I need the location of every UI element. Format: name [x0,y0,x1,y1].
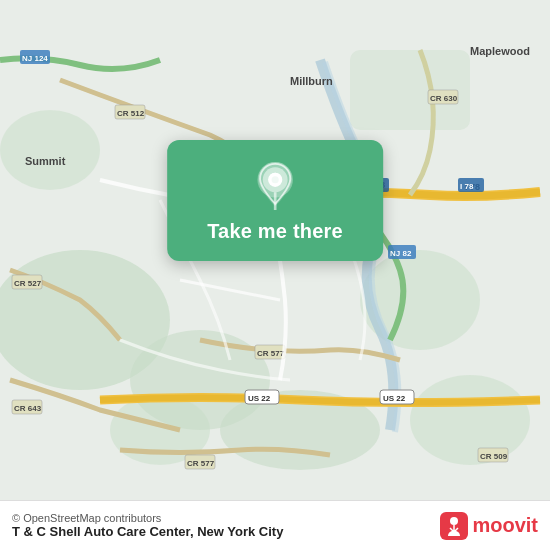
svg-text:CR 527: CR 527 [14,279,42,288]
svg-text:Millburn: Millburn [290,75,333,87]
map-container: I 78 I 78 I 78 I 78 US 22 US 22 NJ 82 CR… [0,0,550,500]
svg-text:Maplewood: Maplewood [470,45,530,57]
svg-point-44 [269,173,281,185]
svg-text:CR 577: CR 577 [187,459,215,468]
svg-point-5 [410,375,530,465]
svg-text:CR 577: CR 577 [257,349,285,358]
svg-text:CR 643: CR 643 [14,404,42,413]
svg-text:US 22: US 22 [383,394,406,403]
location-pin-icon [251,162,299,210]
osm-attribution: © OpenStreetMap contributors [12,512,283,524]
button-overlay: Take me there [167,140,383,261]
svg-text:NJ 124: NJ 124 [22,54,48,63]
place-name: T & C Shell Auto Care Center, New York C… [12,524,283,539]
svg-text:CR 509: CR 509 [480,452,508,461]
svg-text:CR 512: CR 512 [117,109,145,118]
svg-text:CR 630: CR 630 [430,94,458,103]
svg-text:US 22: US 22 [248,394,271,403]
svg-text:I 78: I 78 [460,182,474,191]
bottom-bar: © OpenStreetMap contributors T & C Shell… [0,500,550,550]
svg-text:Summit: Summit [25,155,66,167]
moovit-icon [440,512,468,540]
svg-point-46 [450,517,458,525]
svg-text:NJ 82: NJ 82 [390,249,412,258]
take-me-there-button[interactable]: Take me there [207,220,343,243]
svg-point-6 [0,110,100,190]
bottom-left-info: © OpenStreetMap contributors T & C Shell… [12,512,283,539]
moovit-text: moovit [472,514,538,537]
moovit-logo: moovit [440,512,538,540]
take-me-there-card[interactable]: Take me there [167,140,383,261]
